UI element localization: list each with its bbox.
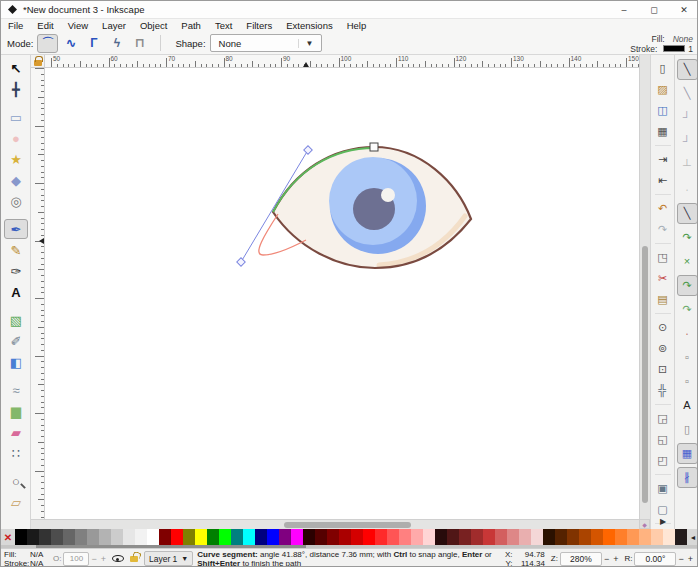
node-tool[interactable]: ╋ xyxy=(4,79,28,99)
palette-swatch-29[interactable] xyxy=(363,529,375,545)
palette-swatch-47[interactable] xyxy=(579,529,591,545)
palette-swatch-16[interactable] xyxy=(207,529,219,545)
fill-indicator-value[interactable]: None xyxy=(673,34,693,44)
vertical-scrollbar[interactable] xyxy=(639,55,650,519)
zoom-page[interactable]: ⊡ xyxy=(653,359,673,379)
paste[interactable]: ▤ xyxy=(653,289,673,309)
scrollbar-corner-button[interactable]: ◆ xyxy=(639,519,650,529)
palette-swatch-27[interactable] xyxy=(339,529,351,545)
snap-object-centers[interactable]: ▫ xyxy=(677,347,698,368)
unlink-clone[interactable]: ◰ xyxy=(653,450,673,470)
palette-swatch-0[interactable] xyxy=(15,529,27,545)
palette-swatch-15[interactable] xyxy=(195,529,207,545)
palette-swatch-35[interactable] xyxy=(435,529,447,545)
palette-swatch-40[interactable] xyxy=(495,529,507,545)
palette-swatch-38[interactable] xyxy=(471,529,483,545)
palette-swatch-14[interactable] xyxy=(183,529,195,545)
style-status[interactable]: Fill:N/A Stroke:N/A xyxy=(1,550,53,567)
pencil-tool[interactable]: ✎ xyxy=(4,240,28,260)
tweak-tool[interactable]: ≈ xyxy=(4,380,28,400)
palette-swatch-50[interactable] xyxy=(615,529,627,545)
redo[interactable]: ↷ xyxy=(653,219,673,239)
palette-swatch-25[interactable] xyxy=(315,529,327,545)
palette-swatch-7[interactable] xyxy=(99,529,111,545)
layer-selector[interactable]: Layer 1 ▼ xyxy=(144,551,193,566)
menu-object[interactable]: Object xyxy=(133,20,174,31)
palette-swatch-31[interactable] xyxy=(387,529,399,545)
snap-path-intersections[interactable]: × xyxy=(677,251,698,272)
snap-line-midpoints[interactable]: ∙ xyxy=(677,323,698,344)
opacity-plus-button[interactable]: + xyxy=(99,554,108,564)
maximize-button[interactable]: ◻ xyxy=(639,1,669,19)
layer-lock-toggle[interactable] xyxy=(130,556,138,562)
zoom-selection[interactable]: ⊙ xyxy=(653,317,673,337)
snap-paths[interactable]: ↷ xyxy=(677,227,698,248)
snap-smooth-nodes[interactable]: ↷ xyxy=(677,299,698,320)
menu-file[interactable]: File xyxy=(1,20,30,31)
rectangle-tool[interactable]: ▭ xyxy=(4,107,28,127)
vertical-scrollbar-thumb[interactable] xyxy=(642,246,648,503)
palette-swatch-54[interactable] xyxy=(663,529,675,545)
commands-overflow-arrow[interactable]: ▶ xyxy=(651,517,674,526)
palette-swatch-3[interactable] xyxy=(51,529,63,545)
horizontal-scrollbar-thumb[interactable] xyxy=(284,522,411,528)
copy[interactable]: ◳ xyxy=(653,247,673,267)
palette-swatch-21[interactable] xyxy=(267,529,279,545)
palette-swatch-6[interactable] xyxy=(87,529,99,545)
selector-tool[interactable]: ↖ xyxy=(4,58,28,78)
minimize-button[interactable]: – xyxy=(609,1,639,19)
ellipse-tool[interactable]: ● xyxy=(4,128,28,148)
undo[interactable]: ↶ xyxy=(653,198,673,218)
spiro-mode[interactable]: ∿ xyxy=(60,34,81,53)
rotation-minus-button[interactable]: − xyxy=(676,554,685,564)
palette-swatch-45[interactable] xyxy=(555,529,567,545)
straight-lines-mode[interactable]: ϟ xyxy=(106,34,127,53)
star-tool[interactable]: ★ xyxy=(4,149,28,169)
snap-enabled[interactable]: ╲ xyxy=(677,59,698,80)
horizontal-scrollbar[interactable] xyxy=(31,519,639,529)
palette-swatch-9[interactable] xyxy=(123,529,135,545)
menu-extensions[interactable]: Extensions xyxy=(279,20,339,31)
snap-bbox-edges[interactable]: ┘ xyxy=(677,107,698,128)
palette-swatch-44[interactable] xyxy=(543,529,555,545)
eraser-tool[interactable]: ▰ xyxy=(4,422,28,442)
menu-filters[interactable]: Filters xyxy=(239,20,279,31)
palette-swatch-8[interactable] xyxy=(111,529,123,545)
palette-swatch-22[interactable] xyxy=(279,529,291,545)
spiral-tool[interactable]: ◎ xyxy=(4,191,28,211)
measure-tool[interactable]: ▱ xyxy=(4,492,28,512)
zoom-fit[interactable]: ╬ xyxy=(653,380,673,400)
palette-swatch-36[interactable] xyxy=(447,529,459,545)
palette-swatch-1[interactable] xyxy=(27,529,39,545)
palette-swatch-17[interactable] xyxy=(219,529,231,545)
horizontal-ruler[interactable]: 5060708090100110120130140150 xyxy=(45,55,639,68)
snap-rotation-centers[interactable]: ▫ xyxy=(677,371,698,392)
menu-layer[interactable]: Layer xyxy=(95,20,133,31)
palette-swatch-49[interactable] xyxy=(603,529,615,545)
palette-swatch-5[interactable] xyxy=(75,529,87,545)
opacity-minus-button[interactable]: − xyxy=(89,554,98,564)
palette-swatch-30[interactable] xyxy=(375,529,387,545)
cut[interactable]: ✂ xyxy=(653,268,673,288)
zoom-minus-button[interactable]: − xyxy=(602,554,611,564)
spray-tool[interactable]: ▆ xyxy=(4,401,28,421)
bezier-regular-mode[interactable]: ⌒ xyxy=(37,34,58,53)
palette-swatch-26[interactable] xyxy=(327,529,339,545)
snap-bbox-corners[interactable]: ┘ xyxy=(677,131,698,152)
lock-guides-corner[interactable] xyxy=(31,55,45,68)
new-document[interactable]: ▯ xyxy=(653,58,673,78)
palette-swatch-48[interactable] xyxy=(591,529,603,545)
remove-color-swatch[interactable]: ✕ xyxy=(1,529,15,545)
palette-swatch-39[interactable] xyxy=(483,529,495,545)
stroke-color-swatch[interactable] xyxy=(663,45,685,52)
palette-swatch-42[interactable] xyxy=(519,529,531,545)
palette-swatch-4[interactable] xyxy=(63,529,75,545)
calligraphy-tool[interactable]: ✑ xyxy=(4,261,28,281)
group-objects[interactable]: ▣ xyxy=(653,478,673,498)
palette-swatch-12[interactable] xyxy=(159,529,171,545)
rotation-input[interactable]: 0.00° xyxy=(634,552,676,566)
palette-swatch-10[interactable] xyxy=(135,529,147,545)
close-button[interactable]: ✕ xyxy=(669,1,698,19)
menu-text[interactable]: Text xyxy=(208,20,239,31)
shape-dropdown[interactable]: None ▼ xyxy=(210,34,322,52)
